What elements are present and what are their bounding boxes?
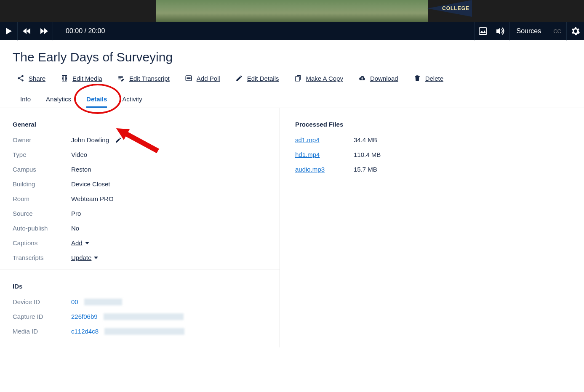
chevron-down-icon <box>85 242 89 244</box>
video-thumbnail: COLLEGE <box>156 0 428 22</box>
general-heading: General <box>13 121 267 128</box>
file-size: 110.4 MB <box>354 151 381 158</box>
file-row: sd1.mp4 34.4 MB <box>295 136 571 143</box>
row-campus: Campus Reston <box>13 166 267 173</box>
download-action[interactable]: Download <box>358 74 398 82</box>
file-link[interactable]: hd1.mp4 <box>295 151 320 158</box>
tab-details[interactable]: Details <box>86 92 107 108</box>
file-link[interactable]: audio.mp3 <box>295 166 325 173</box>
transcript-icon <box>117 74 125 82</box>
volume-button[interactable] <box>492 22 509 40</box>
film-icon <box>61 74 68 82</box>
make-copy-action[interactable]: Make A Copy <box>294 74 343 82</box>
share-icon <box>17 74 24 82</box>
page-title: The Early Days of Surveying <box>13 50 571 64</box>
file-size: 15.7 MB <box>354 166 377 173</box>
settings-button[interactable] <box>566 22 584 40</box>
row-captions: Captions Add <box>13 239 267 246</box>
redacted <box>104 328 184 335</box>
tab-analytics[interactable]: Analytics <box>46 92 71 108</box>
player-time: 00:00 / 20:00 <box>53 27 474 35</box>
action-bar: Share Edit Media Edit Transcript Add Pol… <box>13 74 571 82</box>
video-preview: COLLEGE <box>0 0 584 22</box>
row-room: Room Webteam PRO <box>13 195 267 202</box>
pencil-icon <box>235 74 243 82</box>
svg-rect-2 <box>187 77 190 78</box>
play-button[interactable] <box>0 22 18 40</box>
row-device-id: Device ID 00 <box>13 298 267 305</box>
file-size: 34.4 MB <box>354 136 377 143</box>
poll-icon <box>185 74 192 82</box>
cc-button[interactable]: CC <box>548 22 566 40</box>
redacted <box>84 299 122 305</box>
add-poll-action[interactable]: Add Poll <box>185 74 220 82</box>
row-autopublish: Auto-publish No <box>13 225 267 232</box>
ids-heading: IDs <box>13 283 267 290</box>
sources-button[interactable]: Sources <box>509 22 548 40</box>
player-bar: 00:00 / 20:00 Sources CC <box>0 22 584 40</box>
chevron-down-icon <box>94 257 98 259</box>
edit-transcript-action[interactable]: Edit Transcript <box>117 74 170 82</box>
row-owner: Owner John Dowling <box>13 136 267 143</box>
svg-rect-3 <box>187 78 190 79</box>
forward-button[interactable] <box>35 22 53 40</box>
owner-value: John Dowling <box>71 136 109 143</box>
rewind-button[interactable] <box>18 22 35 40</box>
divider <box>0 270 280 270</box>
share-action[interactable]: Share <box>17 74 45 82</box>
tab-activity[interactable]: Activity <box>122 92 142 108</box>
row-building: Building Device Closet <box>13 180 267 188</box>
tab-info[interactable]: Info <box>20 92 31 108</box>
copy-icon <box>294 74 302 82</box>
trash-icon <box>413 74 421 82</box>
files-panel: Processed Files sd1.mp4 34.4 MB hd1.mp4 … <box>280 108 584 347</box>
row-transcripts: Transcripts Update <box>13 254 267 261</box>
delete-action[interactable]: Delete <box>413 74 443 82</box>
cloud-download-icon <box>358 74 366 82</box>
picture-in-picture-button[interactable] <box>474 22 492 40</box>
file-row: hd1.mp4 110.4 MB <box>295 151 571 158</box>
college-pennant: COLLEGE <box>427 0 472 17</box>
tabs: Info Analytics Details Activity <box>0 92 584 108</box>
row-source: Source Pro <box>13 210 267 217</box>
general-panel: General Owner John Dowling Type Video Ca… <box>0 108 280 347</box>
row-capture-id: Capture ID 226f06b9 <box>13 313 267 320</box>
file-row: audio.mp3 15.7 MB <box>295 166 571 173</box>
file-link[interactable]: sd1.mp4 <box>295 136 320 143</box>
row-type: Type Video <box>13 151 267 158</box>
row-media-id: Media ID c112d4c8 <box>13 328 267 335</box>
transcripts-update-dropdown[interactable]: Update <box>71 254 98 261</box>
edit-details-action[interactable]: Edit Details <box>235 74 279 82</box>
redacted <box>104 313 184 320</box>
files-heading: Processed Files <box>295 121 571 128</box>
svg-rect-0 <box>479 28 487 34</box>
edit-owner-icon[interactable] <box>115 137 122 143</box>
edit-media-action[interactable]: Edit Media <box>61 74 102 82</box>
captions-add-dropdown[interactable]: Add <box>71 239 89 246</box>
